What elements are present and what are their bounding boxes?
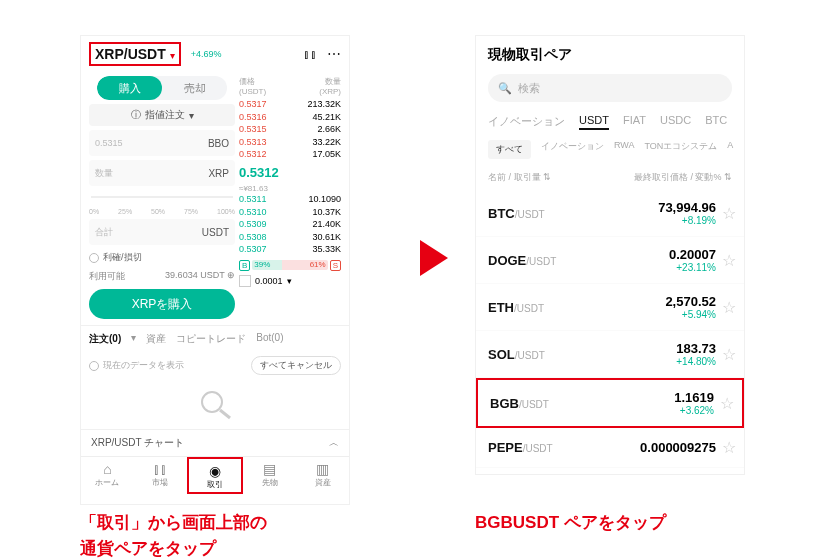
nav-先物[interactable]: ▤先物 <box>243 457 296 494</box>
nav-市場[interactable]: ⫿⫿市場 <box>134 457 187 494</box>
pair-change: +4.69% <box>191 49 222 59</box>
caption-left: 「取引」から画面上部の通貨ペアをタップ <box>80 510 267 560</box>
subtab-すべて[interactable]: すべて <box>488 140 531 159</box>
list-header[interactable]: 名前 / 取引量 ⇅ 最終取引価格 / 変動% ⇅ <box>476 165 744 190</box>
orderbook: 価格(USDT) 数量(XRP) 0.5317213.32K0.531645.2… <box>235 72 349 287</box>
bottom-nav: ⌂ホーム⫿⫿市場◉取引▤先物▥資産 <box>81 456 349 494</box>
tpsl-toggle[interactable]: 利確/損切 <box>89 251 235 264</box>
svg-point-0 <box>202 392 222 412</box>
star-icon[interactable]: ☆ <box>722 251 736 270</box>
subtab-A[interactable]: A <box>727 140 733 159</box>
bid-row[interactable]: 0.530830.61K <box>239 231 341 244</box>
available-balance: 利用可能 39.6034 USDT ⊕ <box>89 270 235 283</box>
price-input[interactable]: 0.5315 BBO <box>89 130 235 156</box>
caption-right: BGBUSDT ペアをタップ <box>475 510 666 536</box>
star-icon[interactable]: ☆ <box>722 204 736 223</box>
ask-row[interactable]: 0.531333.22K <box>239 136 341 149</box>
mid-price: 0.5312 <box>239 165 341 180</box>
screen-title: 現物取引ペア <box>476 36 744 70</box>
subtab-TONエコシステム[interactable]: TONエコシステム <box>645 140 718 159</box>
search-icon: 🔍 <box>498 82 512 95</box>
bid-row[interactable]: 0.530735.33K <box>239 243 341 256</box>
star-icon[interactable]: ☆ <box>722 345 736 364</box>
tab-USDT[interactable]: USDT <box>579 114 609 130</box>
qty-input[interactable]: 数量 XRP <box>89 160 235 186</box>
quote-tabs[interactable]: イノベーションUSDTFIATUSDCBTC <box>476 106 744 134</box>
tab-FIAT[interactable]: FIAT <box>623 114 646 130</box>
subtab-RWA[interactable]: RWA <box>614 140 635 159</box>
star-icon[interactable]: ☆ <box>722 298 736 317</box>
total-input[interactable]: 合計 USDT <box>89 219 235 245</box>
ask-row[interactable]: 0.531645.21K <box>239 111 341 124</box>
amount-slider[interactable] <box>91 192 233 202</box>
top-icons: ⫾⫾ ⋯ <box>303 46 341 62</box>
depth-ratio: B 39%61% S <box>239 260 341 271</box>
order-type-select[interactable]: ⓘ 指値注文 ▾ <box>89 104 235 126</box>
orders-tabs[interactable]: 注文(0)▾ 資産 コピートレード Bot(0) <box>81 325 349 352</box>
pair-list-screen: 現物取引ペア 🔍 検索 イノベーションUSDTFIATUSDCBTC すべてイノ… <box>475 35 745 475</box>
buy-sell-toggle[interactable]: 購入 売却 <box>97 76 227 100</box>
more-icon[interactable]: ⋯ <box>327 46 341 62</box>
tab-USDC[interactable]: USDC <box>660 114 691 130</box>
pair-row-DOGE[interactable]: DOGE/USDT0.20007+23.11%☆ <box>476 237 744 284</box>
tab-イノベーション[interactable]: イノベーション <box>488 114 565 130</box>
tab-BTC[interactable]: BTC <box>705 114 727 130</box>
search-input[interactable]: 🔍 検索 <box>488 74 732 102</box>
show-current-checkbox[interactable]: 現在のデータを表示 <box>89 359 184 372</box>
pair-selector[interactable]: XRP/USDT ▾ <box>89 42 181 66</box>
arrow-right-icon <box>420 240 448 276</box>
layout-icon[interactable] <box>239 275 251 287</box>
buy-button[interactable]: XRPを購入 <box>89 289 235 319</box>
svg-line-1 <box>220 410 230 418</box>
caret-down-icon: ▾ <box>170 50 175 61</box>
nav-ホーム[interactable]: ⌂ホーム <box>81 457 134 494</box>
pair-row-SOL[interactable]: SOL/USDT183.73+14.80%☆ <box>476 331 744 378</box>
subtab-イノベーション[interactable]: イノベーション <box>541 140 604 159</box>
category-tabs[interactable]: すべてイノベーションRWATONエコシステムA <box>476 134 744 165</box>
precision-select[interactable]: 0.0001▾ <box>239 275 341 287</box>
pair-row-BGB[interactable]: BGB/USDT1.1619+3.62%☆ <box>476 378 744 428</box>
ask-row[interactable]: 0.531217.05K <box>239 148 341 161</box>
star-icon[interactable]: ☆ <box>722 438 736 457</box>
buy-tab[interactable]: 購入 <box>97 76 162 100</box>
star-icon[interactable]: ☆ <box>720 394 734 413</box>
bid-row[interactable]: 0.530921.40K <box>239 218 341 231</box>
caret-down-icon: ▾ <box>189 110 194 121</box>
nav-取引[interactable]: ◉取引 <box>187 457 244 494</box>
ask-row[interactable]: 0.53152.66K <box>239 123 341 136</box>
pair-symbol: XRP/USDT <box>95 46 166 62</box>
pair-row-PEPE[interactable]: PEPE/USDT0.000009275☆ <box>476 428 744 468</box>
bid-row[interactable]: 0.531010.37K <box>239 206 341 219</box>
cancel-all-button[interactable]: すべてキャンセル <box>251 356 341 375</box>
bid-row[interactable]: 0.531110.1090 <box>239 193 341 206</box>
empty-state <box>81 379 349 429</box>
chart-icon[interactable]: ⫾⫾ <box>303 46 317 62</box>
chart-toggle[interactable]: XRP/USDT チャート︿ <box>81 429 349 456</box>
pair-row-BTC[interactable]: BTC/USDT73,994.96+8.19%☆ <box>476 190 744 237</box>
pair-row-ETH[interactable]: ETH/USDT2,570.52+5.94%☆ <box>476 284 744 331</box>
trade-screen: XRP/USDT ▾ +4.69% ⫾⫾ ⋯ 購入 売却 ⓘ 指値注文 ▾ 0.… <box>80 35 350 505</box>
ask-row[interactable]: 0.5317213.32K <box>239 98 341 111</box>
info-icon: ⓘ <box>131 108 141 122</box>
topbar: XRP/USDT ▾ +4.69% ⫾⫾ ⋯ <box>81 36 349 72</box>
radio-icon <box>89 253 99 263</box>
sell-tab[interactable]: 売却 <box>162 76 227 100</box>
nav-資産[interactable]: ▥資産 <box>296 457 349 494</box>
pair-list: BTC/USDT73,994.96+8.19%☆DOGE/USDT0.20007… <box>476 190 744 468</box>
chevron-up-icon: ︿ <box>329 436 339 450</box>
transfer-icon[interactable]: ⊕ <box>227 270 235 280</box>
slider-ticks: 0%25%50%75%100% <box>89 208 235 215</box>
